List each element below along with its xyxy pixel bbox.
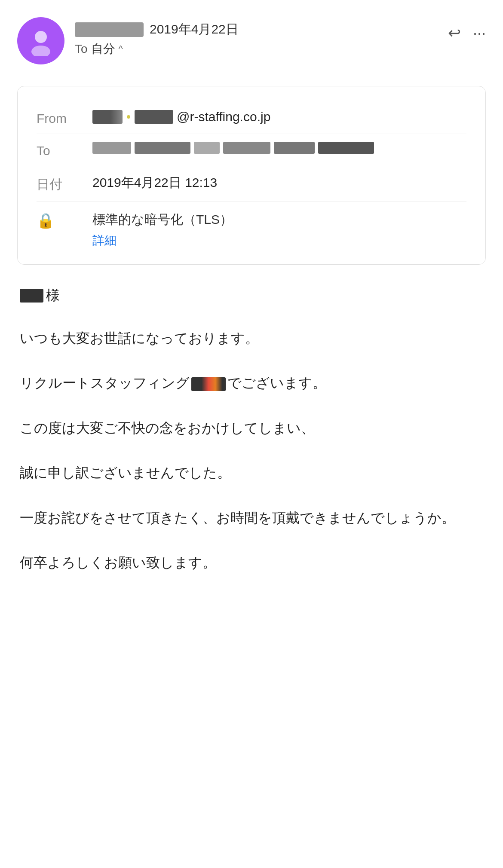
avatar <box>17 17 64 64</box>
svg-point-0 <box>35 31 47 43</box>
lock-icon-wrapper: 🔒 <box>37 211 92 229</box>
info-card: From @r-staffing.co.jp To <box>17 86 486 265</box>
to-self: 自分 <box>91 41 115 57</box>
to-row: To <box>37 134 466 166</box>
inline-logo-image <box>191 377 226 391</box>
sender-name-redacted <box>75 22 144 37</box>
to-redacted-4 <box>223 142 270 154</box>
chevron-down-icon: ^ <box>119 43 123 55</box>
from-name-redacted-1 <box>92 110 123 124</box>
paragraph2-prefix: リクルートスタッフィング <box>20 375 190 391</box>
to-redacted-6 <box>318 142 374 154</box>
reply-button[interactable]: ↩ <box>448 24 461 42</box>
body-paragraph-3: この度は大変ご不快の念をおかけしてしまい、 <box>20 416 483 440</box>
recipient-suffix: 様 <box>46 286 60 305</box>
svg-point-1 <box>31 46 50 56</box>
encryption-content: 標準的な暗号化（TLS） 詳細 <box>92 211 466 249</box>
date-label: 日付 <box>37 174 92 193</box>
sender-date: 2019年4月22日 <box>150 21 239 38</box>
to-redacted-container <box>92 142 374 154</box>
date-row: 日付 2019年4月22日 12:13 <box>37 166 466 201</box>
to-redacted-2 <box>135 142 190 154</box>
email-header: 2019年4月22日 To 自分 ^ ↩ ··· <box>17 17 486 64</box>
email-view: 2019年4月22日 To 自分 ^ ↩ ··· From <box>0 0 503 600</box>
from-name-redacted-2 <box>135 110 173 124</box>
to-label-small: To <box>75 42 88 56</box>
from-row: From @r-staffing.co.jp <box>37 102 466 134</box>
to-redacted-1 <box>92 142 131 154</box>
paragraph2-suffix: でございます。 <box>227 375 326 391</box>
body-paragraph-2: リクルートスタッフィングでございます。 <box>20 371 483 394</box>
header-left: 2019年4月22日 To 自分 ^ <box>17 17 239 64</box>
email-body: 様 いつも大変お世話になっております。 リクルートスタッフィングでございます。 … <box>17 286 486 574</box>
body-paragraph-4: 誠に申し訳ございませんでした。 <box>20 461 483 484</box>
sender-info: 2019年4月22日 To 自分 ^ <box>75 17 239 57</box>
recipient-name-redacted <box>20 289 43 303</box>
lock-icon: 🔒 <box>37 212 55 229</box>
to-label: To <box>37 142 92 158</box>
body-paragraph-6: 何卒よろしくお願い致します。 <box>20 551 483 574</box>
header-actions: ↩ ··· <box>448 17 486 42</box>
from-name-dot <box>127 115 130 119</box>
body-paragraph-5: 一度お詫びをさせて頂きたく、お時間を頂戴できませんでしょうか。 <box>20 506 483 529</box>
more-icon: ··· <box>473 24 486 42</box>
to-redacted-5 <box>274 142 315 154</box>
recipient-name: 様 <box>20 286 483 305</box>
from-label: From <box>37 110 92 126</box>
date-value: 2019年4月22日 12:13 <box>92 174 466 192</box>
from-value: @r-staffing.co.jp <box>92 110 466 124</box>
reply-icon: ↩ <box>448 24 461 42</box>
encryption-row: 🔒 標準的な暗号化（TLS） 詳細 <box>37 202 466 249</box>
encryption-text: 標準的な暗号化（TLS） <box>92 211 466 229</box>
details-link[interactable]: 詳細 <box>92 234 117 247</box>
from-email-domain: @r-staffing.co.jp <box>177 110 270 124</box>
sender-name-row: 2019年4月22日 <box>75 21 239 38</box>
to-summary-line[interactable]: To 自分 ^ <box>75 41 239 57</box>
to-value <box>92 142 466 154</box>
body-paragraph-1: いつも大変お世話になっております。 <box>20 327 483 350</box>
to-redacted-3 <box>194 142 220 154</box>
more-options-button[interactable]: ··· <box>473 24 486 42</box>
